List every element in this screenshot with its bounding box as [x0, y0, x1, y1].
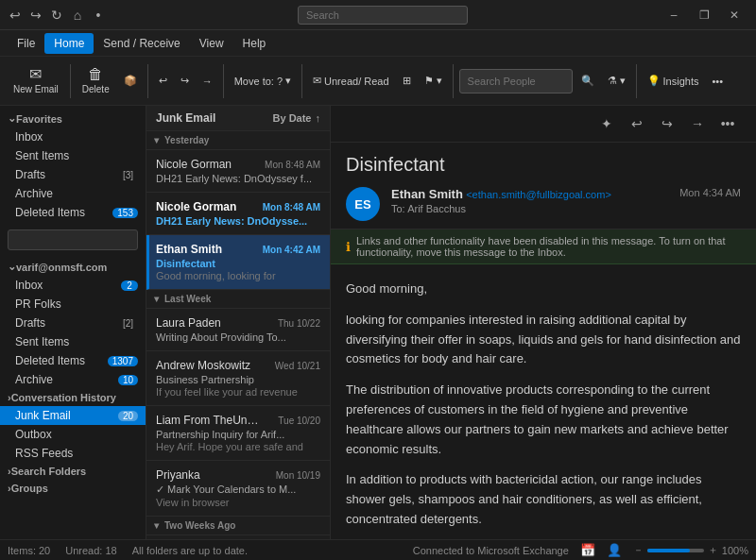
flag-button[interactable]: ⚑ ▾: [420, 68, 447, 94]
groups-header[interactable]: › Groups: [0, 480, 146, 497]
reading-forward-button[interactable]: →: [684, 111, 711, 136]
forward-icon[interactable]: ↪: [28, 8, 43, 23]
insights-label: Insights: [663, 76, 699, 87]
reading-more-button[interactable]: •••: [714, 111, 741, 136]
date-group-last-week[interactable]: Last Week: [146, 290, 330, 309]
new-email-button[interactable]: ✉ New Email: [8, 60, 64, 102]
inbox-acc-badge: 2: [121, 280, 138, 291]
more-icon: •••: [712, 76, 723, 87]
conv-history-label: Conversation History: [11, 392, 116, 403]
menu-help[interactable]: Help: [233, 33, 276, 54]
filter-chevron: ▾: [620, 75, 626, 87]
search-folders-header[interactable]: › Search Folders: [0, 463, 146, 480]
new-email-label: New Email: [13, 84, 59, 94]
zoom-out-button[interactable]: －: [633, 543, 644, 557]
toolbar: ✉ New Email 🗑 Delete 📦 ↩ ↪ → Move to: ? …: [0, 57, 756, 106]
groups-label: Groups: [11, 483, 48, 494]
sidebar-item-archive-acc[interactable]: Archive 10: [0, 370, 146, 389]
people-icon[interactable]: 👤: [607, 543, 622, 557]
email-list-scroll[interactable]: Yesterday Nicole Gorman Mon 8:48 AM DH21…: [146, 131, 330, 539]
move-to-button[interactable]: Move to: ? ▾: [230, 68, 296, 94]
delete-label: Delete: [82, 84, 110, 94]
sidebar-item-sent-fav[interactable]: Sent Items: [0, 146, 146, 165]
email-item-top-4: Andrew Moskowitz Wed 10/21: [156, 359, 320, 372]
archive-fav-label: Archive: [15, 187, 138, 200]
sidebar-item-drafts-fav[interactable]: Drafts [3]: [0, 165, 146, 184]
email-preview-4: If you feel like your ad revenue: [156, 386, 320, 398]
unread-read-button[interactable]: ✉ Unread/ Read: [308, 68, 394, 94]
move-to-chevron: ▾: [285, 75, 291, 87]
email-item-5[interactable]: Liam From TheUnityS... Tue 10/20 Partner…: [146, 406, 330, 461]
menu-send-receive[interactable]: Send / Receive: [94, 33, 189, 54]
archive-button[interactable]: 📦: [119, 68, 142, 94]
reading-redo-button[interactable]: ↪: [654, 111, 680, 136]
date-group-yesterday[interactable]: Yesterday: [146, 131, 330, 150]
insights-button[interactable]: 💡 Insights: [643, 68, 704, 94]
sidebar-item-outbox[interactable]: Outbox: [0, 425, 146, 444]
sidebar-item-sent-acc[interactable]: Sent Items: [0, 332, 146, 351]
zoom-in-button[interactable]: ＋: [708, 543, 718, 557]
redo-button[interactable]: ↪: [176, 68, 194, 94]
more-toolbar-button[interactable]: •••: [707, 68, 728, 94]
email-item-2[interactable]: Ethan Smith Mon 4:42 AM Disinfectant Goo…: [146, 235, 330, 290]
forward-button[interactable]: →: [198, 68, 217, 94]
titlebar-search-input[interactable]: [298, 6, 468, 25]
search-people-input[interactable]: [459, 69, 573, 93]
sidebar-item-drafts-acc[interactable]: Drafts [2]: [0, 314, 146, 332]
zoom-slider[interactable]: [647, 549, 704, 552]
filter-icon: ⚗: [608, 75, 617, 87]
drafts-fav-label: Drafts: [15, 168, 118, 181]
menu-file[interactable]: File: [8, 33, 44, 54]
restore-button[interactable]: ❐: [690, 6, 718, 25]
email-item-4[interactable]: Andrew Moskowitz Wed 10/21 Business Part…: [146, 351, 330, 406]
account-header[interactable]: ⌄ varif@onmsft.com: [0, 258, 146, 276]
sort-asc-icon[interactable]: ↑: [316, 112, 321, 124]
back-icon[interactable]: ↩: [8, 8, 23, 23]
sidebar-search-input[interactable]: [8, 229, 138, 250]
sort-label[interactable]: By Date: [273, 112, 312, 124]
email-meta-sender-row: Ethan Smith <ethan.smith@fullbizgoal.com…: [391, 187, 668, 201]
email-item-6[interactable]: Priyanka Mon 10/19 ✓ Mark Your Calendars…: [146, 461, 330, 517]
email-item-1[interactable]: Nicole Gorman Mon 8:48 AM DH21 Early New…: [146, 193, 330, 235]
outbox-label: Outbox: [15, 428, 138, 441]
email-item-0[interactable]: Nicole Gorman Mon 8:48 AM DH21 Early New…: [146, 150, 330, 193]
minimize-button[interactable]: –: [660, 6, 688, 25]
email-sender-2: Ethan Smith: [156, 243, 222, 256]
deleted-acc-label: Deleted Items: [15, 354, 108, 367]
email-time-1: Mon 8:48 AM: [263, 202, 320, 212]
refresh-icon[interactable]: ↻: [49, 8, 64, 23]
email-time-6: Mon 10/19: [276, 470, 320, 481]
sparkle-button[interactable]: ✦: [593, 111, 620, 136]
sidebar-item-deleted-acc[interactable]: Deleted Items 1307: [0, 351, 146, 370]
close-button[interactable]: ✕: [720, 6, 748, 25]
filter-button[interactable]: ⚗ ▾: [603, 68, 630, 94]
reading-undo-button[interactable]: ↩: [624, 111, 650, 136]
conv-history-header[interactable]: › Conversation History: [0, 389, 146, 406]
to-name: Arif Bacchus: [407, 203, 466, 214]
more-icon[interactable]: •: [91, 8, 106, 23]
inbox-fav-label: Inbox: [15, 130, 138, 144]
email-item-top-2: Ethan Smith Mon 4:42 AM: [156, 243, 320, 256]
favorites-header[interactable]: ⌄ Favorites: [0, 110, 146, 127]
sidebar-item-rss[interactable]: RSS Feeds: [0, 444, 146, 463]
menu-view[interactable]: View: [190, 33, 233, 54]
email-item-3[interactable]: Laura Paden Thu 10/22 Writing About Prov…: [146, 309, 330, 351]
undo-button[interactable]: ↩: [154, 68, 172, 94]
prfolks-label: PR Folks: [15, 297, 138, 311]
date-group-two-weeks[interactable]: Two Weeks Ago: [146, 517, 330, 535]
sidebar-item-deleted-fav[interactable]: Deleted Items 153: [0, 203, 146, 222]
grid-button[interactable]: ⊞: [398, 68, 416, 94]
calendar-icon[interactable]: 📅: [580, 543, 595, 557]
home-icon[interactable]: ⌂: [70, 8, 85, 23]
delete-button[interactable]: 🗑 Delete: [77, 60, 115, 102]
search-people-button[interactable]: 🔍: [576, 68, 599, 94]
sidebar-item-inbox-acc[interactable]: Inbox 2: [0, 276, 146, 295]
sidebar-item-archive-fav[interactable]: Archive: [0, 184, 146, 203]
email-item-7[interactable]: Andrew Moskowitz 10/16/2020 Business Par…: [146, 535, 330, 539]
security-notice-text: Links and other functionality have been …: [356, 235, 741, 258]
sent-fav-label: Sent Items: [15, 149, 138, 162]
sidebar-item-prfolks[interactable]: PR Folks: [0, 295, 146, 314]
sidebar-item-inbox-fav[interactable]: Inbox: [0, 127, 146, 146]
menu-home[interactable]: Home: [44, 33, 94, 54]
sidebar-item-junk[interactable]: Junk Email 20: [0, 406, 146, 425]
